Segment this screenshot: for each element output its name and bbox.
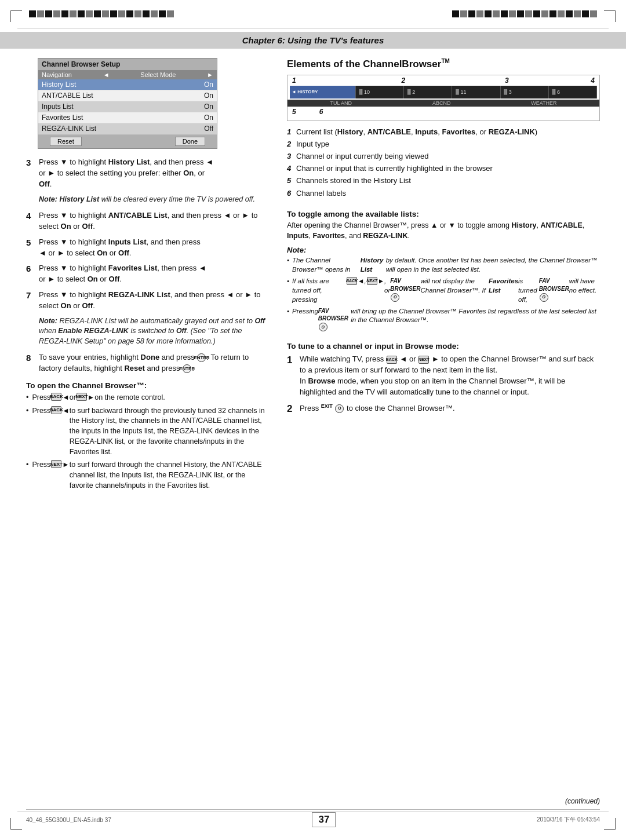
left-arrow-2: ◄ bbox=[62, 406, 69, 458]
left-arrow-browse: ◄ bbox=[399, 355, 407, 363]
step-8: 8 To save your entries, highlight Done a… bbox=[26, 352, 270, 374]
element-3: 3 Channel or input currently being viewe… bbox=[287, 151, 600, 162]
setup-row-label-history: History List bbox=[42, 81, 76, 89]
step-6-text: Press ▼ to highlight Favorites List, the… bbox=[39, 263, 270, 285]
fav-browser-note-1: FAV BROWSERO bbox=[390, 277, 420, 305]
diag-num-2: 2 bbox=[401, 76, 405, 85]
arrow-down-icon: ▼ bbox=[60, 158, 68, 166]
browse-step-2-text: Press EXIT O to close the Channel Browse… bbox=[300, 403, 600, 417]
step-8-num: 8 bbox=[26, 352, 39, 374]
exit-label: EXIT bbox=[321, 403, 333, 409]
right-arrow-browse: ► bbox=[432, 355, 439, 363]
setup-row-history: History List On bbox=[38, 79, 217, 90]
diag-label-2: ABCND bbox=[432, 100, 451, 106]
diagram-labels: TUL AND ABCND WEATHER bbox=[287, 100, 599, 107]
el-num-3: 3 bbox=[287, 151, 296, 162]
fav-browser-note-2: FAV BROWSERO bbox=[539, 277, 569, 305]
enter-icon-8b: ENTER bbox=[183, 364, 191, 373]
setup-row-regza: REGZA-LINK List Off bbox=[38, 123, 217, 134]
toggle-text: After opening the Channel Browser™, pres… bbox=[287, 221, 600, 242]
footer-right-text: 2010/3/16 下午 05:43:54 bbox=[537, 816, 600, 824]
header-decoration bbox=[29, 10, 597, 17]
corner-mark-bl bbox=[10, 818, 22, 830]
page-footer: 40_46_55G300U_EN-A5.indb 37 37 2010/3/16… bbox=[26, 809, 600, 827]
right-column: Elements of the ChannelBrowserTM 1 2 3 4… bbox=[287, 58, 600, 805]
el-num-2: 2 bbox=[287, 139, 296, 149]
el-text-5: Channels stored in the History List bbox=[296, 176, 411, 186]
diagram-numbers: 1 2 3 4 bbox=[287, 75, 599, 85]
setup-row-label-inputs: Inputs List bbox=[42, 103, 74, 111]
deco-bar-right bbox=[452, 10, 597, 17]
el-text-1: Current list (History, ANT/CABLE, Inputs… bbox=[296, 127, 537, 137]
nav-mode: Select Mode bbox=[140, 71, 176, 78]
nav-label: Navigation bbox=[42, 71, 72, 78]
step-3-num: 3 bbox=[26, 156, 39, 190]
corner-mark-tl bbox=[10, 10, 22, 22]
chapter-title: Chapter 6: Using the TV's features bbox=[0, 32, 626, 49]
setup-row-label-favorites: Favorites List bbox=[42, 114, 83, 122]
deco-bar-left bbox=[29, 10, 174, 17]
setup-table-nav: Navigation ◄ Select Mode ► bbox=[38, 70, 217, 79]
element-4: 4 Channel or input that is currently hig… bbox=[287, 163, 600, 174]
element-6: 6 Channel labels bbox=[287, 188, 600, 199]
diag-item-2: ▐▌ 2 bbox=[404, 86, 452, 98]
arrow-left-6: ◄ bbox=[199, 264, 206, 272]
element-5: 5 Channels stored in the History List bbox=[287, 176, 600, 186]
arrow-right-icon-3: ► bbox=[48, 169, 55, 177]
diag-item-11: ▐▌ 11 bbox=[452, 86, 500, 98]
diag-item-history: ◄ HISTORY bbox=[290, 86, 356, 98]
corner-mark-tr bbox=[604, 10, 616, 22]
arrow-right-6: ► bbox=[48, 275, 55, 283]
setup-row-antcable: ANT/CABLE List On bbox=[38, 90, 217, 101]
browser-diagram: 1 2 3 4 ◄ HISTORY ▐▌ 10 ▐▌ 2 ▐▌ 11 bbox=[287, 75, 600, 121]
nav-arrow-right: ► bbox=[207, 71, 213, 78]
arrow-left-7: ◄ bbox=[227, 290, 234, 299]
setup-row-value-regza: Off bbox=[204, 125, 213, 133]
setup-table: Channel Browser Setup Navigation ◄ Selec… bbox=[38, 58, 217, 149]
setup-row-value-inputs: On bbox=[204, 103, 213, 111]
arrow-left-icon-3: ◄ bbox=[206, 158, 213, 166]
setup-row-favorites: Favorites List On bbox=[38, 112, 217, 123]
top-divider bbox=[17, 28, 609, 28]
diag-item-6: ▐▌ 6 bbox=[549, 86, 597, 98]
diagram-bottom: 5 6 bbox=[287, 107, 599, 117]
setup-row-value-antcable: On bbox=[204, 92, 213, 100]
arrow-up-toggle: ▲ bbox=[431, 221, 438, 229]
browse-step-1: 1 While watching TV, press BACK ◄ or NEX… bbox=[287, 354, 600, 397]
reset-button[interactable]: Reset bbox=[50, 137, 82, 146]
browse-step-2-num: 2 bbox=[287, 402, 300, 417]
tm-sup: TM bbox=[441, 58, 449, 64]
step-3: 3 Press ▼ to highlight History List, and… bbox=[26, 157, 270, 190]
back-browse: BACK bbox=[387, 356, 397, 364]
open-cb-bullet-2: Press BACK ◄ to surf backward through th… bbox=[26, 406, 270, 458]
back-icon-2: BACK bbox=[51, 406, 61, 414]
setup-footer: Reset Done bbox=[38, 134, 217, 148]
diag-label-3: WEATHER bbox=[531, 100, 556, 106]
note-regza-link: Note: REGZA-LINK List will be automatica… bbox=[39, 316, 270, 347]
el-num-5: 5 bbox=[287, 176, 296, 186]
step-7-num: 7 bbox=[26, 289, 39, 312]
arrow-right-7: ► bbox=[245, 290, 252, 299]
note-bullet-2: If all lists are turned off, pressing BA… bbox=[287, 277, 600, 305]
right-arrow-1: ► bbox=[88, 393, 94, 403]
arrow-right-4: ► bbox=[242, 211, 249, 220]
setup-row-value-favorites: On bbox=[204, 114, 213, 122]
browse-mode-heading: To tune to a channel or input in Browse … bbox=[287, 342, 600, 350]
diag-item-10: ▐▌ 10 bbox=[356, 86, 404, 98]
open-cb-bullet-1: Press BACK ◄ or NEXT ► on the remote con… bbox=[26, 393, 270, 403]
el-num-6: 6 bbox=[287, 188, 296, 199]
done-button[interactable]: Done bbox=[175, 137, 205, 146]
left-arrow-1: ◄ bbox=[62, 393, 69, 403]
back-note: BACK bbox=[347, 277, 357, 285]
left-column: Channel Browser Setup Navigation ◄ Selec… bbox=[26, 58, 270, 805]
step-5-text: Press ▼ to highlight Inputs List, and th… bbox=[39, 237, 270, 259]
continued-label: (continued) bbox=[565, 797, 600, 805]
el-text-4: Channel or input that is currently highl… bbox=[296, 163, 493, 174]
left-arrow-note: ◄ bbox=[358, 277, 364, 305]
page-number: 37 bbox=[312, 812, 336, 827]
back-icon-1: BACK bbox=[51, 393, 61, 401]
note-heading: Note: bbox=[287, 246, 600, 254]
browse-step-1-text: While watching TV, press BACK ◄ or NEXT … bbox=[300, 354, 600, 397]
next-icon-3: NEXT bbox=[51, 460, 61, 468]
toggle-heading: To toggle among the available lists: bbox=[287, 210, 600, 218]
